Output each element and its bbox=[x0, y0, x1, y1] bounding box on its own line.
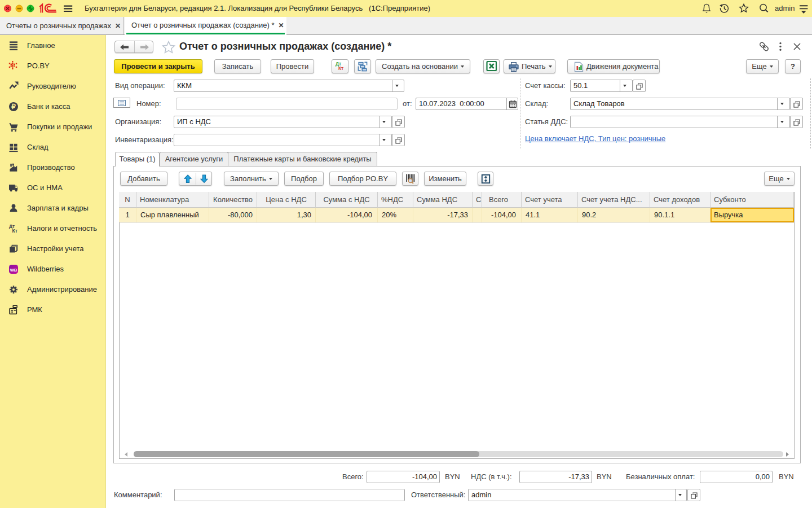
svg-text:WB: WB bbox=[10, 268, 17, 273]
svg-text:Кт: Кт bbox=[12, 228, 17, 234]
svg-text:Кт: Кт bbox=[338, 65, 343, 71]
svg-text:₽: ₽ bbox=[11, 103, 16, 111]
